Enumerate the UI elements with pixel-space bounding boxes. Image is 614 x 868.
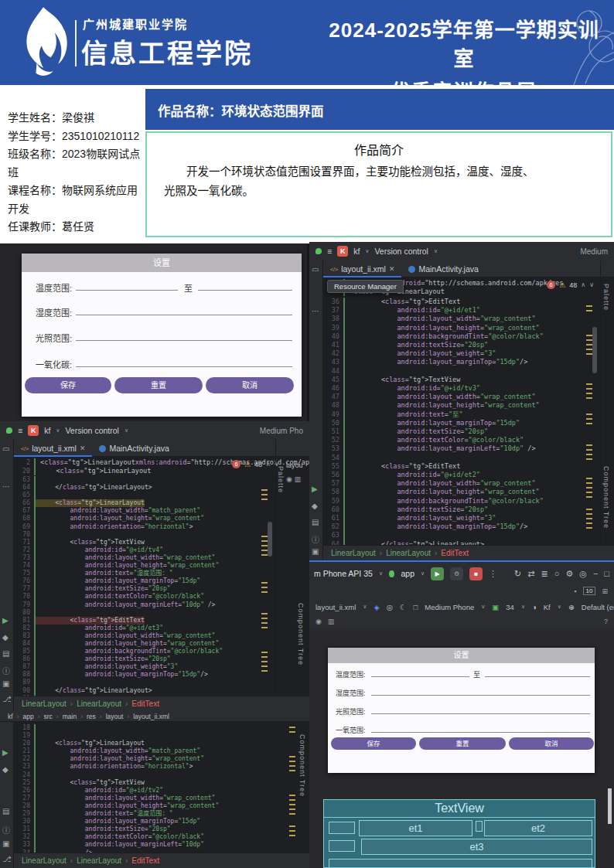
file-path-breadcrumb[interactable]: kf›app›src›main›res›layout›layout_ii.xml	[0, 711, 309, 722]
component-tree-tab[interactable]: Component Tree	[602, 466, 610, 529]
tab-layout-xml[interactable]: </> layout_ii.xml ✕	[14, 440, 92, 457]
blueprint-box[interactable]	[329, 859, 592, 868]
breadcrumb-item[interactable]: EditText	[131, 856, 159, 865]
light-input[interactable]	[76, 332, 292, 341]
next-issue-icon[interactable]: ∨	[589, 281, 594, 288]
save-button[interactable]: 保存	[331, 737, 416, 750]
run-icon[interactable]: ▶	[312, 485, 318, 493]
breadcrumb[interactable]: LinearLayout›LinearLayout›EditText	[14, 696, 309, 711]
help-icon[interactable]: ?	[604, 618, 608, 625]
project-selector[interactable]: kf	[44, 426, 50, 435]
blueprint-box[interactable]	[476, 821, 483, 832]
breadcrumb-item[interactable]: LinearLayout	[22, 700, 67, 708]
sync-icon[interactable]: ↻	[514, 569, 521, 579]
tab-layout-xml[interactable]: </> layout_ii.xml ✕	[323, 260, 401, 277]
blueprint-box[interactable]	[329, 840, 355, 852]
search-icon[interactable]: ○	[554, 569, 560, 578]
code-editor[interactable]: 36 <class="tg">EditText37 android:id="@+…	[323, 298, 588, 549]
eye-icon[interactable]: ◉	[286, 475, 292, 483]
breadcrumb-item[interactable]: LinearLayout	[22, 856, 67, 865]
close-icon[interactable]: ✕	[389, 265, 395, 273]
breadcrumb-item[interactable]: main	[63, 713, 77, 720]
more-tools-icon[interactable]: ⋯	[312, 307, 319, 315]
design-surface-icon[interactable]: ◈	[374, 603, 379, 611]
cancel-button[interactable]: 取消	[206, 377, 294, 393]
inspection-widget[interactable]: 6 ⚠ 48 ∧ ∨	[547, 281, 594, 289]
breadcrumb-item[interactable]: LinearLayout	[77, 700, 121, 708]
code-editor[interactable]: 181920 <class="tg">LinearLayout21 androi…	[14, 724, 286, 857]
git-branch-icon[interactable]: ⎇	[2, 855, 12, 863]
reset-button[interactable]: 重置	[419, 737, 506, 750]
tab-main-activity[interactable]: MainActivity.java	[92, 440, 176, 457]
breadcrumb-item[interactable]: EditText	[441, 549, 469, 557]
device-manager-icon[interactable]: ▤	[312, 518, 319, 526]
terminal-icon[interactable]: ▣	[2, 679, 9, 688]
breadcrumb-item[interactable]: app	[22, 713, 33, 720]
vcs-selector[interactable]: Version control	[65, 426, 118, 435]
device-label[interactable]: Medium	[580, 247, 608, 256]
save-button[interactable]: 保存	[25, 377, 111, 393]
run-button[interactable]: ▶	[431, 567, 444, 580]
minimize-icon[interactable]: −	[593, 569, 598, 578]
list-icon[interactable]: ≣	[541, 569, 548, 579]
terminal-icon[interactable]: ▣	[2, 839, 9, 848]
problems-icon[interactable]: ⓘ	[2, 824, 10, 836]
theme-selector[interactable]: Kf	[544, 603, 551, 611]
blueprint-textview[interactable]: TextView	[324, 800, 595, 818]
cancel-button[interactable]: 取消	[509, 737, 594, 750]
inspection-widget[interactable]: 6 ⚠ 48 ∧ ∨	[232, 460, 279, 468]
scrollbar-thumb[interactable]	[608, 788, 612, 824]
locale-selector[interactable]: Default (en-us)	[582, 603, 614, 611]
problems-icon[interactable]: ⓘ	[2, 665, 10, 676]
co-input[interactable]	[76, 358, 292, 367]
breadcrumb-item[interactable]: EditText	[131, 700, 159, 708]
scrollbar-thumb[interactable]	[268, 522, 272, 557]
grid-icon[interactable]: ▥	[294, 475, 301, 483]
code-mode-icon[interactable]: ▪	[574, 587, 576, 595]
light-input[interactable]	[371, 705, 590, 714]
split-mode-icon[interactable]: ⊞	[602, 587, 608, 595]
temp-max-input[interactable]	[198, 281, 292, 291]
more-tools-icon[interactable]: ⋯	[2, 482, 10, 491]
breadcrumb-item[interactable]: layout	[106, 713, 124, 720]
profiler-icon[interactable]: ◆	[2, 765, 9, 774]
humidity-input[interactable]	[371, 686, 590, 696]
project-selector[interactable]: kf	[353, 247, 360, 256]
breadcrumb-item[interactable]: res	[87, 713, 96, 720]
device-manager-icon[interactable]: ▤	[2, 649, 9, 658]
code-editor[interactable]: 6364 </class="tg">LinearLayout>6566 <cla…	[14, 476, 260, 703]
inspection-count[interactable]: 10	[583, 587, 596, 595]
breadcrumb[interactable]: LinearLayout›LinearLayout›EditText	[323, 545, 614, 560]
breadcrumb-item[interactable]: kf	[8, 713, 13, 720]
prev-issue-icon[interactable]: ∧	[266, 461, 271, 468]
temp-min-input[interactable]	[371, 668, 469, 677]
blueprint-et1[interactable]: et1	[359, 820, 472, 836]
design-file-selector[interactable]: layout_ii.xml	[316, 603, 356, 611]
prev-issue-icon[interactable]: ∧	[581, 281, 585, 288]
co-input[interactable]	[371, 723, 590, 733]
device-manager-icon[interactable]: ▤	[2, 807, 9, 815]
humidity-input[interactable]	[76, 306, 292, 315]
maximize-icon[interactable]: □	[604, 569, 609, 578]
blueprint-et2[interactable]: et2	[484, 820, 592, 836]
run-config-selector[interactable]: app	[401, 569, 414, 578]
tab-main-activity[interactable]: MainActivity.java	[401, 260, 485, 277]
debug-button[interactable]: ⚙	[450, 567, 463, 580]
reset-button[interactable]: 重置	[114, 377, 203, 393]
stop-button[interactable]: ■	[469, 567, 483, 580]
eye-icon[interactable]: ◉	[316, 618, 322, 625]
palette-tab[interactable]: Palette	[602, 284, 610, 311]
project-icon[interactable]: ▭	[2, 444, 9, 453]
device-menu[interactable]: Medium Phone	[425, 603, 474, 611]
project-icon[interactable]: ▭	[312, 265, 319, 274]
temp-max-input[interactable]	[485, 668, 590, 677]
grid-icon[interactable]: ▥	[328, 618, 335, 625]
breadcrumb-item[interactable]: LinearLayout	[386, 549, 431, 557]
breadcrumb-item[interactable]: LinearLayout	[331, 549, 376, 557]
run-icon[interactable]: ▶	[2, 616, 9, 625]
problems-icon[interactable]: ⓘ	[312, 533, 319, 545]
temp-min-input[interactable]	[76, 281, 178, 291]
component-tree-tab[interactable]: Component Tree	[298, 734, 306, 797]
profiler-icon[interactable]: ◆	[2, 633, 9, 642]
breadcrumb-item[interactable]: LinearLayout	[77, 856, 121, 865]
